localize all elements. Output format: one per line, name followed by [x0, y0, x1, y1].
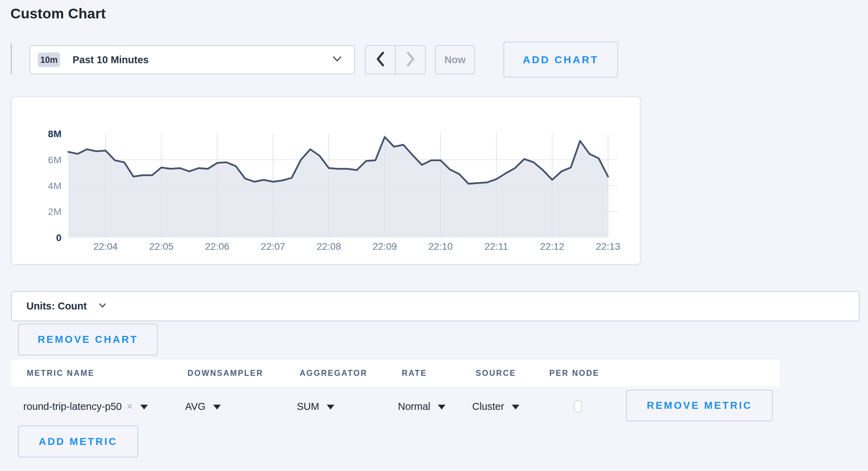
y-axis-tick: 4M	[48, 181, 61, 191]
add-metric-button[interactable]: ADD METRIC	[18, 425, 138, 457]
remove-chart-button[interactable]: REMOVE CHART	[18, 324, 158, 355]
column-header-rate: RATE	[402, 360, 427, 387]
timeseries-area-chart: 02M4M6M8M22:0422:0522:0622:0722:0822:092…	[12, 97, 640, 264]
caret-down-icon	[438, 405, 445, 410]
x-axis-tick: 22:08	[317, 241, 341, 252]
aggregator-value: SUM	[297, 401, 319, 412]
x-axis-tick: 22:11	[485, 241, 508, 252]
time-range-label: Past 10 Minutes	[73, 54, 149, 66]
clear-metric-icon[interactable]: ×	[127, 400, 133, 412]
x-axis-tick: 22:10	[428, 241, 453, 252]
toolbar-divider	[11, 44, 12, 74]
rate-select[interactable]: Normal	[398, 394, 445, 419]
x-axis-tick: 22:05	[149, 241, 174, 252]
time-pager	[365, 45, 426, 74]
series-area-fill	[68, 137, 608, 238]
metrics-table-header: METRIC NAME DOWNSAMPLER AGGREGATOR RATE …	[11, 360, 779, 387]
prev-time-button[interactable]	[366, 46, 396, 74]
rate-value: Normal	[398, 401, 430, 412]
source-value: Cluster	[472, 401, 504, 412]
units-label: Units: Count	[26, 300, 87, 312]
column-header-metric-name: METRIC NAME	[27, 360, 94, 387]
per-node-checkbox[interactable]	[574, 400, 582, 412]
x-axis-tick: 22:07	[261, 241, 285, 252]
x-axis-tick: 22:13	[596, 241, 620, 252]
caret-down-icon	[512, 405, 519, 410]
aggregator-select[interactable]: SUM	[297, 394, 334, 419]
column-header-per-node: PER NODE	[549, 360, 599, 387]
units-dropdown[interactable]: Units: Count	[11, 291, 860, 321]
chevron-right-icon	[405, 51, 416, 68]
x-axis-tick: 22:12	[540, 241, 564, 252]
y-axis-tick: 2M	[48, 206, 61, 217]
add-chart-button[interactable]: ADD CHART	[503, 42, 618, 77]
source-select[interactable]: Cluster	[472, 394, 519, 419]
y-axis-tick: 6M	[48, 155, 61, 165]
time-range-dropdown[interactable]: 10m Past 10 Minutes	[30, 45, 355, 74]
now-button[interactable]: Now	[435, 45, 475, 74]
downsampler-select[interactable]: AVG	[185, 394, 221, 419]
chevron-down-icon	[99, 303, 106, 309]
downsampler-value: AVG	[185, 401, 206, 412]
chevron-left-icon	[375, 51, 385, 68]
metric-name-select[interactable]: round-trip-latency-p50 ×	[23, 394, 148, 419]
caret-down-icon	[213, 405, 221, 410]
chart-card: 02M4M6M8M22:0422:0522:0622:0722:0822:092…	[11, 97, 641, 265]
y-axis-tick: 0	[56, 232, 61, 243]
x-axis-tick: 22:06	[205, 241, 229, 252]
page-title: Custom Chart	[10, 6, 106, 22]
time-range-badge: 10m	[38, 52, 60, 67]
y-axis-tick: 8M	[48, 129, 61, 139]
caret-down-icon	[140, 405, 148, 410]
metric-name-value: round-trip-latency-p50	[23, 401, 122, 412]
remove-metric-button[interactable]: REMOVE METRIC	[626, 390, 773, 421]
next-time-button[interactable]	[396, 46, 425, 74]
column-header-source: SOURCE	[476, 360, 516, 387]
caret-down-icon	[327, 405, 334, 410]
x-axis-tick: 22:04	[93, 241, 118, 252]
x-axis-tick: 22:09	[373, 241, 397, 252]
chevron-down-icon	[333, 56, 342, 64]
column-header-aggregator: AGGREGATOR	[300, 360, 367, 387]
column-header-downsampler: DOWNSAMPLER	[187, 360, 263, 387]
